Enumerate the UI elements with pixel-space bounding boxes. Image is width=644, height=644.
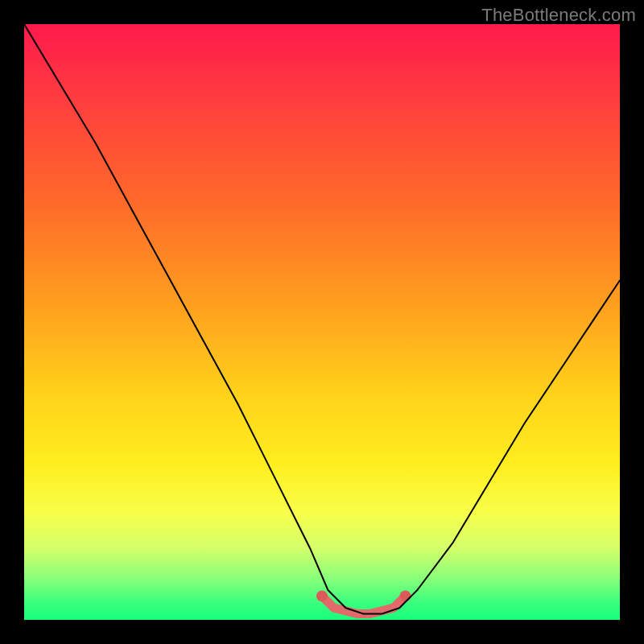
watermark-text: TheBottleneck.com <box>481 5 636 26</box>
plot-area <box>24 24 620 620</box>
sweet-spot-band <box>316 590 411 613</box>
sweet-spot-end-dot <box>400 590 411 601</box>
sweet-spot-band-line <box>322 596 406 613</box>
chart-frame: TheBottleneck.com <box>0 0 644 644</box>
chart-svg <box>24 24 620 620</box>
sweet-spot-end-dot <box>316 590 328 601</box>
bottleneck-curve <box>24 24 620 614</box>
